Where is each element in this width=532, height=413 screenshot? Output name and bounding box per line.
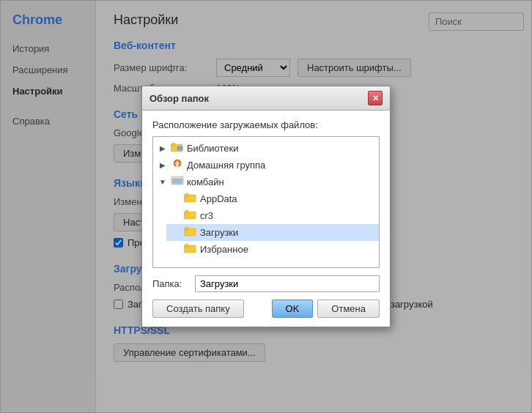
dialog-overlay: Обзор папок ✕ Расположение загружаемых ф… <box>0 0 532 413</box>
dialog-titlebar: Обзор папок ✕ <box>142 86 390 111</box>
folder-input-label: Папка: <box>152 278 189 289</box>
folder-icon-cr3 <box>184 209 197 222</box>
browse-folders-dialog: Обзор папок ✕ Расположение загружаемых ф… <box>141 86 391 327</box>
svg-rect-6 <box>176 164 179 167</box>
folder-icon-appdata <box>184 193 197 205</box>
tree-item-homegroup[interactable]: ▶ Домашняя группа <box>153 157 379 174</box>
svg-rect-3 <box>177 146 182 150</box>
tree-item-downloads[interactable]: ▶ Загрузки <box>166 224 379 241</box>
folder-icon-favorites <box>184 243 197 256</box>
tree-arrow-homegroup: ▶ <box>158 160 168 171</box>
folder-icon-kombain <box>171 176 184 188</box>
tree-item-libraries[interactable]: ▶ Библиотеки <box>153 140 379 157</box>
svg-rect-15 <box>185 210 188 212</box>
folder-input-row: Папка: <box>152 275 380 292</box>
svg-rect-18 <box>185 227 188 229</box>
folder-icon-homegroup <box>171 159 184 171</box>
tree-label-favorites: Избранное <box>200 244 248 255</box>
svg-rect-9 <box>171 176 183 179</box>
svg-rect-8 <box>173 179 182 183</box>
svg-rect-21 <box>185 244 188 246</box>
svg-rect-2 <box>172 143 175 145</box>
cancel-button[interactable]: Отмена <box>317 299 380 318</box>
tree-label-downloads: Загрузки <box>200 227 238 238</box>
tree-label-kombain: комбайн <box>187 176 224 187</box>
tree-label-libraries: Библиотеки <box>187 143 238 154</box>
tree-item-appdata[interactable]: ▶ AppData <box>166 190 379 207</box>
folder-icon-downloads <box>184 226 197 239</box>
dialog-ok-cancel: OK Отмена <box>272 299 380 318</box>
folder-icon-libraries <box>171 142 184 155</box>
tree-label-appdata: AppData <box>200 193 237 204</box>
create-folder-button[interactable]: Создать папку <box>152 299 244 318</box>
tree-item-kombain[interactable]: ▼ комбайн <box>153 174 379 190</box>
svg-rect-12 <box>185 193 188 196</box>
tree-item-cr3[interactable]: ▶ cr3 <box>166 207 379 224</box>
folder-tree[interactable]: ▶ Библиотеки ▶ <box>152 136 380 268</box>
folder-name-input[interactable] <box>195 275 380 292</box>
dialog-buttons: Создать папку OK Отмена <box>152 299 380 318</box>
dialog-title: Обзор папок <box>149 93 209 104</box>
tree-arrow-libraries: ▶ <box>158 144 168 154</box>
dialog-close-button[interactable]: ✕ <box>368 91 383 105</box>
ok-button[interactable]: OK <box>272 299 314 318</box>
dialog-body: Расположение загружаемых файлов: ▶ <box>142 111 390 327</box>
tree-label-homegroup: Домашняя группа <box>187 160 265 171</box>
dialog-subtitle: Расположение загружаемых файлов: <box>152 119 380 130</box>
tree-item-favorites[interactable]: ▶ Избранное <box>166 241 379 258</box>
tree-arrow-kombain: ▼ <box>158 177 168 187</box>
tree-label-cr3: cr3 <box>200 210 213 221</box>
